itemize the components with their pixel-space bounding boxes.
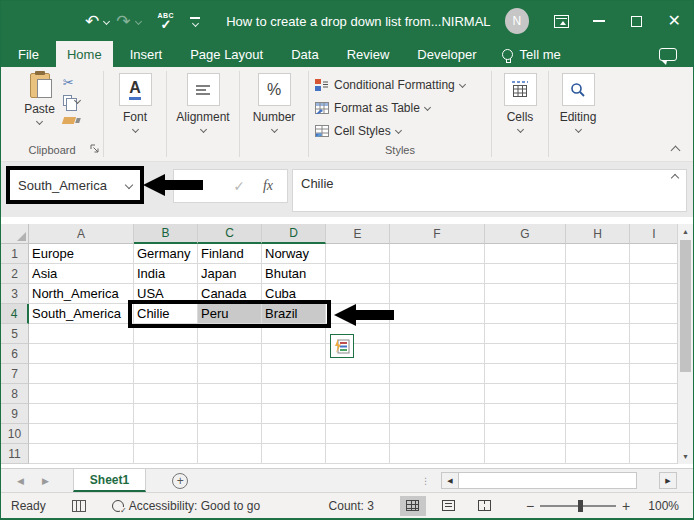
cell-I10[interactable] [630, 424, 679, 444]
cell-B6[interactable] [134, 344, 198, 364]
sheet-tab-sheet1[interactable]: Sheet1 [73, 469, 146, 492]
cell-H11[interactable] [566, 444, 630, 464]
cell-I7[interactable] [630, 364, 679, 384]
paste-button[interactable]: Paste [24, 73, 55, 144]
row-header-6[interactable]: 6 [1, 344, 29, 364]
cell-B2[interactable]: India [134, 264, 198, 284]
prev-sheet-icon[interactable]: ◀ [17, 476, 24, 486]
paste-dropdown-icon[interactable] [36, 118, 43, 125]
cell-F1[interactable] [390, 244, 485, 264]
column-header-G[interactable]: G [485, 224, 566, 244]
cell-F4[interactable] [390, 304, 485, 324]
format-painter-icon[interactable] [62, 117, 76, 124]
tab-home[interactable]: Home [56, 41, 113, 67]
tab-insert[interactable]: Insert [119, 41, 174, 67]
zoom-in-button[interactable]: + [616, 498, 636, 514]
conditional-formatting-button[interactable]: Conditional Formatting [315, 73, 465, 96]
avatar[interactable]: N [505, 8, 529, 34]
zoom-out-button[interactable]: − [520, 498, 540, 514]
cell-B7[interactable] [134, 364, 198, 384]
cell-D7[interactable] [262, 364, 326, 384]
cell-G1[interactable] [485, 244, 566, 264]
cell-B10[interactable] [134, 424, 198, 444]
column-header-H[interactable]: H [566, 224, 630, 244]
zoom-level[interactable]: 100% [648, 499, 679, 513]
cell-G10[interactable] [485, 424, 566, 444]
accessibility-status[interactable]: Accessibility: Good to go [112, 499, 260, 513]
cell-E11[interactable] [326, 444, 390, 464]
cell-I5[interactable] [630, 324, 679, 344]
editing-dropdown-icon[interactable] [574, 126, 581, 133]
editing-button[interactable]: Editing [551, 73, 605, 144]
cell-H6[interactable] [566, 344, 630, 364]
cell-A1[interactable]: Europe [29, 244, 134, 264]
cell-C11[interactable] [198, 444, 262, 464]
alignment-dropdown-icon[interactable] [199, 126, 206, 133]
column-header-F[interactable]: F [390, 224, 485, 244]
cell-G11[interactable] [485, 444, 566, 464]
cell-F8[interactable] [390, 384, 485, 404]
collapse-formula-bar-icon[interactable] [671, 174, 679, 182]
row-header-4[interactable]: 4 [1, 304, 29, 324]
cell-A8[interactable] [29, 384, 134, 404]
column-header-E[interactable]: E [326, 224, 390, 244]
cell-D3[interactable]: Cuba [262, 284, 326, 304]
normal-view-button[interactable] [400, 496, 426, 516]
scroll-down-icon[interactable]: ▼ [678, 449, 693, 464]
cell-I8[interactable] [630, 384, 679, 404]
row-header-3[interactable]: 3 [1, 284, 29, 304]
scroll-up-icon[interactable]: ▲ [678, 224, 693, 239]
format-as-table-button[interactable]: Format as Table [315, 96, 465, 119]
next-sheet-icon[interactable]: ▶ [42, 476, 49, 486]
alignment-button[interactable]: Alignment [176, 73, 230, 144]
tab-file[interactable]: File [7, 41, 50, 67]
cell-A4[interactable]: South_America [29, 304, 134, 324]
cell-I6[interactable] [630, 344, 679, 364]
row-header-11[interactable]: 11 [1, 444, 29, 464]
clipboard-dialog-launcher-icon[interactable] [90, 140, 100, 158]
cell-F2[interactable] [390, 264, 485, 284]
cell-D4[interactable]: Brazil [262, 304, 326, 324]
cell-A6[interactable] [29, 344, 134, 364]
cell-C2[interactable]: Japan [198, 264, 262, 284]
cell-B4[interactable]: Chilie [134, 304, 198, 324]
row-header-9[interactable]: 9 [1, 404, 29, 424]
number-button[interactable]: % Number [247, 73, 301, 144]
number-dropdown-icon[interactable] [270, 126, 277, 133]
horizontal-scrollbar[interactable]: ◀ ▶ [441, 472, 677, 489]
cell-D9[interactable] [262, 404, 326, 424]
cell-F6[interactable] [390, 344, 485, 364]
cell-C8[interactable] [198, 384, 262, 404]
formula-bar-input[interactable]: Chilie [292, 169, 687, 212]
cell-C4[interactable]: Peru [198, 304, 262, 324]
cell-C10[interactable] [198, 424, 262, 444]
tab-data[interactable]: Data [280, 41, 329, 67]
redo-icon[interactable]: ↷ [116, 13, 130, 30]
cells-dropdown-icon[interactable] [516, 126, 523, 133]
close-button[interactable]: ✕ [655, 1, 693, 41]
scroll-right-icon[interactable]: ▶ [659, 472, 677, 489]
cell-E7[interactable] [326, 364, 390, 384]
cell-I2[interactable] [630, 264, 679, 284]
column-header-C[interactable]: C [198, 224, 262, 244]
select-all-button[interactable] [1, 224, 29, 244]
quick-analysis-button[interactable] [330, 334, 354, 358]
cell-H9[interactable] [566, 404, 630, 424]
cell-E1[interactable] [326, 244, 390, 264]
cell-D1[interactable]: Norway [262, 244, 326, 264]
cell-H10[interactable] [566, 424, 630, 444]
cell-H5[interactable] [566, 324, 630, 344]
cut-icon[interactable]: ✂ [63, 76, 74, 89]
tab-developer[interactable]: Developer [406, 41, 487, 67]
row-header-8[interactable]: 8 [1, 384, 29, 404]
cell-F10[interactable] [390, 424, 485, 444]
vertical-scrollbar[interactable]: ▲ ▼ [677, 224, 693, 464]
cell-I9[interactable] [630, 404, 679, 424]
user-name[interactable]: NIRMAL [441, 14, 490, 29]
format-as-table-dropdown-icon[interactable] [424, 104, 431, 111]
tab-page-layout[interactable]: Page Layout [179, 41, 274, 67]
maximize-button[interactable] [618, 1, 656, 41]
cell-D10[interactable] [262, 424, 326, 444]
cell-B3[interactable]: USA [134, 284, 198, 304]
cell-C3[interactable]: Canada [198, 284, 262, 304]
